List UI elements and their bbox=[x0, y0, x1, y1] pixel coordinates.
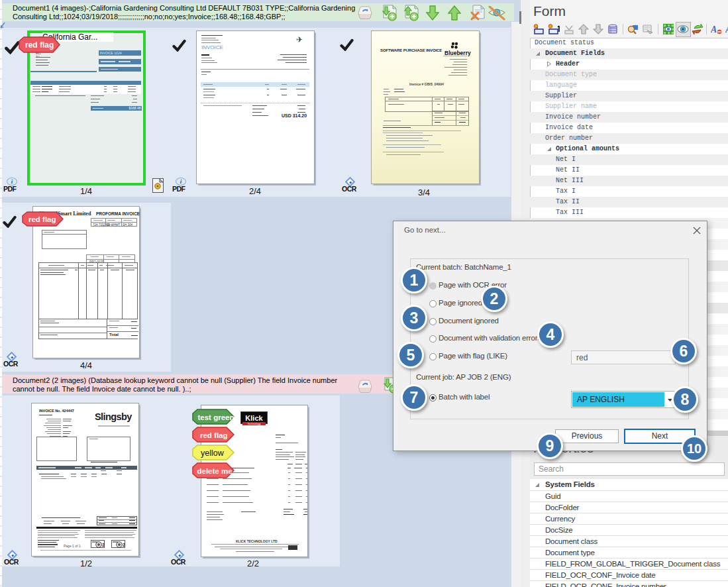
svg-text:yellow: yellow bbox=[201, 449, 225, 458]
svg-text:red flag: red flag bbox=[200, 431, 228, 439]
svg-text:test green: test green bbox=[198, 413, 234, 421]
svg-text:red flag: red flag bbox=[28, 215, 56, 223]
svg-text:delete me: delete me bbox=[197, 467, 233, 475]
svg-text:2: 2 bbox=[123, 543, 125, 547]
svg-text:2: 2 bbox=[102, 543, 105, 547]
svg-text:A: A bbox=[711, 25, 717, 34]
svg-text:A: A bbox=[725, 25, 728, 34]
svg-text:red flag: red flag bbox=[25, 40, 54, 50]
